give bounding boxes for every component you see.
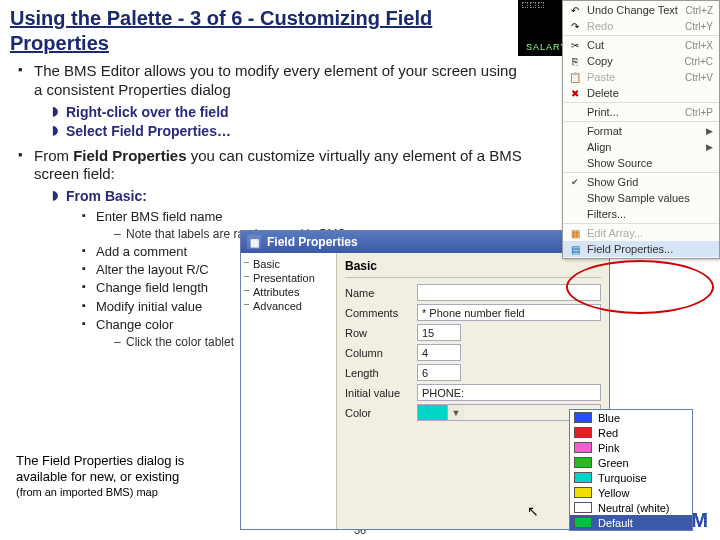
initial-value-field[interactable]: PHONE: (417, 384, 601, 401)
check-icon (567, 175, 583, 189)
menu-show-source[interactable]: Show Source (563, 155, 719, 171)
page-title: Using the Palette - 3 of 6 - Customizing… (10, 6, 530, 56)
color-dropdown: Blue Red Pink Green Turquoise Yellow Neu… (569, 409, 693, 531)
tree-attributes[interactable]: Attributes (243, 285, 334, 299)
label-row: Row (345, 327, 417, 339)
undo-icon: ↶ (567, 3, 583, 17)
dialog-title: Field Properties (267, 235, 358, 249)
label-color: Color (345, 407, 417, 419)
array-icon: ▦ (567, 226, 583, 240)
color-swatch (418, 405, 448, 420)
menu-format[interactable]: Format▶ (563, 123, 719, 139)
menu-undo[interactable]: ↶Undo Change TextCtrl+Z (563, 2, 719, 18)
menu-print[interactable]: Print...Ctrl+P (563, 104, 719, 120)
chevron-right-icon: ▶ (706, 142, 713, 152)
menu-align[interactable]: Align▶ (563, 139, 719, 155)
row-field[interactable]: 15 (417, 324, 461, 341)
tree-advanced[interactable]: Advanced (243, 299, 334, 313)
menu-filters[interactable]: Filters... (563, 206, 719, 222)
column-field[interactable]: 4 (417, 344, 461, 361)
label-length: Length (345, 367, 417, 379)
print-icon (567, 105, 583, 119)
bullet-intro: The BMS Editor allows you to modify ever… (18, 62, 528, 141)
comments-field[interactable]: * Phone number field (417, 304, 601, 321)
cut-icon: ✂ (567, 38, 583, 52)
menu-edit-array[interactable]: ▦Edit Array... (563, 225, 719, 241)
color-option-turquoise[interactable]: Turquoise (570, 470, 692, 485)
chevron-down-icon[interactable]: ▼ (448, 405, 464, 420)
copy-icon: ⎘ (567, 54, 583, 68)
length-field[interactable]: 6 (417, 364, 461, 381)
cursor-icon: ↖ (527, 503, 539, 519)
label-init: Initial value (345, 387, 417, 399)
dialog-icon: ▦ (247, 235, 261, 249)
menu-show-sample[interactable]: Show Sample values (563, 190, 719, 206)
color-option-default[interactable]: Default (570, 515, 692, 530)
color-option-blue[interactable]: Blue (570, 410, 692, 425)
redo-icon: ↷ (567, 19, 583, 33)
tree-basic[interactable]: Basic (243, 257, 334, 271)
field-properties-dialog: ▦ Field Properties Basic Presentation At… (240, 230, 610, 530)
category-tree: Basic Presentation Attributes Advanced (241, 253, 337, 529)
menu-redo[interactable]: ↷RedoCtrl+Y (563, 18, 719, 34)
color-option-red[interactable]: Red (570, 425, 692, 440)
color-option-yellow[interactable]: Yellow (570, 485, 692, 500)
menu-paste[interactable]: 📋PasteCtrl+V (563, 69, 719, 85)
paste-icon: 📋 (567, 70, 583, 84)
color-option-pink[interactable]: Pink (570, 440, 692, 455)
label-name: Name (345, 287, 417, 299)
properties-icon: ▤ (567, 242, 583, 256)
menu-show-grid[interactable]: Show Grid (563, 174, 719, 190)
closing-text: The Field Properties dialog is available… (16, 453, 226, 500)
name-field[interactable] (417, 284, 601, 301)
tree-presentation[interactable]: Presentation (243, 271, 334, 285)
color-option-green[interactable]: Green (570, 455, 692, 470)
label-comments: Comments (345, 307, 417, 319)
color-option-neutral[interactable]: Neutral (white) (570, 500, 692, 515)
context-menu: ↶Undo Change TextCtrl+Z ↷RedoCtrl+Y ✂Cut… (562, 0, 720, 259)
menu-field-properties[interactable]: ▤Field Properties... (563, 241, 719, 257)
bullet-select-fp: Select Field Properties… (52, 123, 528, 141)
label-column: Column (345, 347, 417, 359)
menu-copy[interactable]: ⎘CopyCtrl+C (563, 53, 719, 69)
chevron-right-icon: ▶ (706, 126, 713, 136)
section-title: Basic (345, 259, 601, 273)
bullet-rightclick: Right-click over the field (52, 104, 528, 122)
dialog-titlebar[interactable]: ▦ Field Properties (241, 231, 609, 253)
menu-cut[interactable]: ✂CutCtrl+X (563, 37, 719, 53)
delete-icon: ✖ (567, 86, 583, 100)
menu-delete[interactable]: ✖Delete (563, 85, 719, 101)
